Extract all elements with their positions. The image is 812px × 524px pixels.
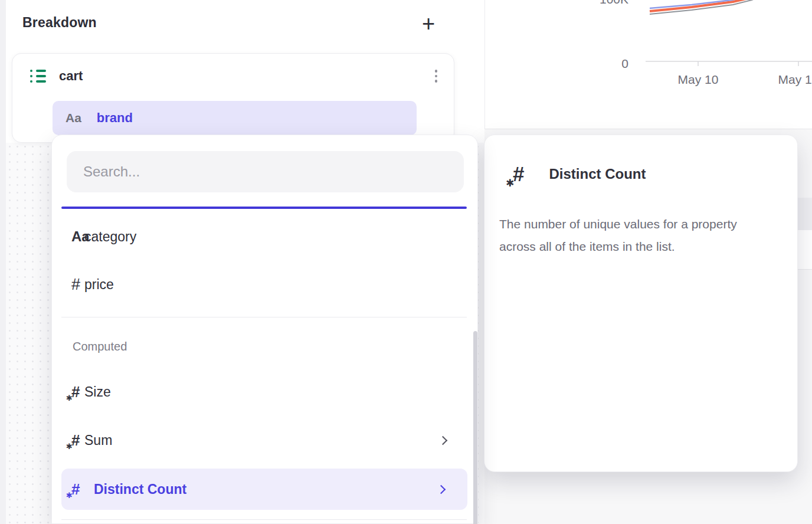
search-box — [67, 151, 464, 192]
chevron-right-icon — [437, 484, 446, 494]
property-select-dropdown: Aa category # price Computed ✱# Size ✱# … — [51, 135, 478, 524]
dropdown-scrollbar[interactable] — [473, 331, 477, 524]
dropdown-divider — [61, 317, 467, 317]
chevron-right-icon — [438, 435, 448, 445]
popover-header: ✱# Distinct Count — [506, 163, 646, 184]
dropdown-divider — [61, 519, 467, 520]
computed-number-icon: ✱# — [513, 163, 524, 184]
computed-option-distinct-count[interactable]: ✱# Distinct Count — [61, 469, 467, 510]
computed-number-icon: ✱# — [71, 433, 80, 448]
property-option-category[interactable]: Aa category — [52, 222, 479, 251]
selected-property-label: brand — [97, 110, 133, 126]
x-axis-tick-may10: May 10 — [666, 73, 731, 87]
add-breakdown-button[interactable]: + — [415, 11, 441, 37]
card-menu-button[interactable] — [431, 66, 441, 86]
property-option-label: price — [84, 277, 114, 293]
computed-option-size[interactable]: ✱# Size — [52, 377, 479, 407]
search-input[interactable] — [67, 151, 464, 192]
list-icon — [30, 70, 46, 83]
computed-option-sum[interactable]: ✱# Sum — [52, 425, 479, 455]
property-option-label: category — [84, 229, 136, 245]
property-option-price[interactable]: # price — [52, 270, 479, 299]
breakdown-source-label: cart — [59, 68, 83, 84]
cart-row[interactable]: cart — [30, 63, 441, 89]
ellipsis-icon — [435, 70, 438, 73]
computed-number-icon: ✱# — [71, 482, 80, 497]
selected-property-pill[interactable]: Aa brand — [53, 101, 417, 135]
distinct-count-popover: ✱# Distinct Count The number of unique v… — [484, 135, 798, 472]
computed-number-icon: ✱# — [71, 384, 80, 399]
popover-title: Distinct Count — [549, 166, 646, 182]
y-axis-tick-0: 0 — [574, 57, 628, 71]
computed-option-label: Sum — [84, 433, 112, 448]
x-axis-tick-may12: May 12 — [766, 73, 812, 87]
active-tab-indicator — [61, 207, 467, 209]
computed-section-label: Computed — [73, 340, 127, 353]
y-axis-tick-100k: 100K — [574, 0, 628, 6]
text-property-icon: Aa — [66, 111, 81, 125]
line-chart — [485, 0, 812, 129]
plus-icon: + — [422, 11, 435, 37]
number-property-icon: # — [71, 277, 80, 293]
computed-option-label: Size — [84, 384, 111, 400]
breakdown-card: cart Aa brand — [12, 53, 454, 143]
computed-option-label: Distinct Count — [94, 482, 186, 497]
chart-panel: 100K 0 May 10 May 12 — [484, 0, 812, 129]
breakdown-section-title: Breakdown — [22, 15, 97, 31]
popover-description: The number of unique values for a proper… — [499, 213, 771, 258]
